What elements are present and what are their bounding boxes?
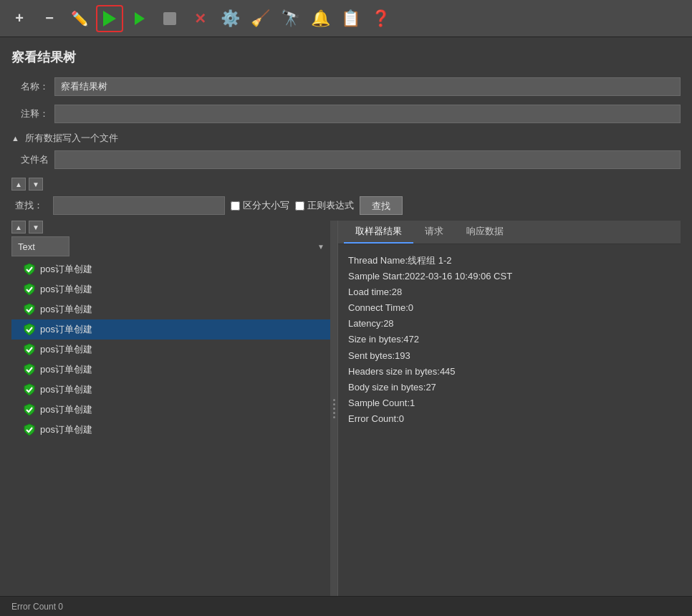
- search-label: 查找：: [11, 199, 47, 212]
- tab-request[interactable]: 请求: [413, 221, 455, 244]
- stop-button[interactable]: [156, 5, 183, 32]
- arrow-row-1: ▲ ▼: [11, 178, 681, 191]
- help-icon: ❓: [371, 9, 390, 28]
- shield-success-icon: [23, 343, 36, 356]
- play-button[interactable]: [96, 5, 123, 32]
- list-item[interactable]: pos订单创建: [11, 279, 330, 299]
- help-button[interactable]: ❓: [367, 5, 394, 32]
- list-item-text: pos订单创建: [40, 383, 92, 396]
- section-label: 所有数据写入一个文件: [25, 132, 118, 145]
- bell-icon: 🔔: [311, 9, 330, 28]
- detail-sent-bytes: Sent bytes:193: [348, 348, 671, 364]
- detail-error-count: Error Count:0: [348, 411, 671, 427]
- binoculars-icon: 🔭: [281, 9, 300, 28]
- dropdown-arrow-icon: ▼: [317, 243, 325, 251]
- splitter-handle[interactable]: [330, 221, 337, 596]
- list-item-text: pos订单创建: [40, 263, 92, 276]
- case-sensitive-checkbox[interactable]: [231, 201, 240, 211]
- search-row: 查找： 区分大小写 正则表达式 查找: [11, 196, 681, 215]
- list-item-text: pos订单创建: [40, 343, 92, 356]
- list-item[interactable]: pos订单创建: [11, 340, 330, 360]
- arrow-row-2: ▲ ▼: [11, 221, 330, 234]
- section-header: ▲ 所有数据写入一个文件: [11, 132, 681, 145]
- filename-label: 文件名: [11, 153, 54, 166]
- detail-size-bytes: Size in bytes:472: [348, 332, 671, 347]
- shield-success-icon: [23, 363, 36, 376]
- detail-headers-size: Headers size in bytes:445: [348, 364, 671, 380]
- regex-label: 正则表达式: [307, 199, 354, 212]
- name-row: 名称：: [11, 77, 681, 96]
- detail-sample-count: Sample Count:1: [348, 395, 671, 411]
- tabs-row: 取样器结果 请求 响应数据: [338, 221, 681, 244]
- list-item-text: pos订单创建: [40, 423, 92, 436]
- add-button[interactable]: +: [6, 5, 33, 32]
- gear-icon: ⚙️: [221, 9, 240, 28]
- shield-success-icon: [23, 323, 36, 336]
- view-dropdown[interactable]: Text HTML JSON XML RegExp: [11, 236, 69, 256]
- filename-row: 文件名: [11, 150, 681, 169]
- detail-latency: Latency:28: [348, 316, 671, 332]
- content-area: ▲ ▼ Text HTML JSON XML RegExp ▼: [11, 221, 681, 596]
- name-input[interactable]: [54, 77, 681, 96]
- list-item-text: pos订单创建: [40, 323, 92, 336]
- list-item-text: pos订单创建: [40, 363, 92, 376]
- detail-sample-start: Sample Start:2022-03-16 10:49:06 CST: [348, 269, 671, 284]
- list-item[interactable]: pos订单创建: [11, 400, 330, 420]
- dropdown-wrapper: Text HTML JSON XML RegExp ▼: [11, 236, 330, 256]
- search-button[interactable]: 查找: [360, 196, 403, 215]
- shield-success-icon: [23, 263, 36, 276]
- edit-button[interactable]: ✏️: [66, 5, 93, 32]
- splitter-indicator: [333, 399, 335, 418]
- detail-connect-time: Connect Time:0: [348, 300, 671, 316]
- list-button[interactable]: 📋: [337, 5, 364, 32]
- binoculars-button[interactable]: 🔭: [277, 5, 304, 32]
- name-label: 名称：: [11, 80, 54, 93]
- shield-success-icon: [23, 303, 36, 316]
- detail-load-time: Load time:28: [348, 284, 671, 300]
- list-item[interactable]: pos订单创建: [11, 259, 330, 279]
- remove-button[interactable]: −: [36, 5, 63, 32]
- shield-success-icon: [23, 403, 36, 416]
- tab-sampler-results[interactable]: 取样器结果: [344, 221, 413, 244]
- main-panel: 察看结果树 名称： 注释： ▲ 所有数据写入一个文件 文件名 ▲ ▼ 查找： 区…: [0, 37, 692, 596]
- arrow-down-button[interactable]: ▼: [29, 178, 43, 191]
- broom-icon: 🧹: [251, 9, 270, 28]
- regex-checkbox[interactable]: [295, 201, 304, 211]
- arrow-down-button-2[interactable]: ▼: [29, 221, 43, 234]
- gear-button[interactable]: ⚙️: [216, 5, 244, 32]
- list-item[interactable]: pos订单创建: [11, 299, 330, 319]
- broom-button[interactable]: 🧹: [246, 5, 274, 32]
- filename-input[interactable]: [54, 150, 681, 169]
- comment-label: 注释：: [11, 107, 54, 120]
- case-sensitive-label: 区分大小写: [243, 199, 289, 212]
- list-item-text: pos订单创建: [40, 403, 92, 416]
- bell-button[interactable]: 🔔: [307, 5, 334, 32]
- play-icon: [103, 11, 116, 27]
- play-small-icon: [135, 12, 145, 25]
- tab-response-data[interactable]: 响应数据: [455, 221, 515, 244]
- arrow-up-button[interactable]: ▲: [11, 178, 26, 191]
- list-item-text: pos订单创建: [40, 303, 92, 316]
- list-item-text: pos订单创建: [40, 283, 92, 296]
- shield-success-icon: [23, 283, 36, 296]
- status-bar: Error Count 0: [0, 596, 692, 616]
- shield-success-icon: [23, 423, 36, 436]
- close-icon: ✕: [194, 10, 206, 27]
- close-button[interactable]: ✕: [186, 5, 213, 32]
- arrow-up-button-2[interactable]: ▲: [11, 221, 26, 234]
- plus-icon: +: [15, 10, 24, 27]
- list-item[interactable]: pos订单创建: [11, 319, 330, 340]
- section-collapse-icon: ▲: [11, 134, 19, 143]
- page-title: 察看结果树: [11, 49, 681, 66]
- search-input[interactable]: [53, 196, 225, 215]
- regex-group: 正则表达式: [295, 199, 354, 212]
- status-error-count: Error Count 0: [11, 602, 63, 612]
- list-item[interactable]: pos订单创建: [11, 360, 330, 380]
- list-icon: 📋: [341, 9, 360, 28]
- pencil-icon: ✏️: [71, 10, 89, 27]
- play-small-button[interactable]: [126, 5, 153, 32]
- list-item[interactable]: pos订单创建: [11, 420, 330, 440]
- tree-list: pos订单创建 pos订单创建 pos订单创建: [11, 259, 330, 596]
- list-item[interactable]: pos订单创建: [11, 380, 330, 400]
- comment-input[interactable]: [54, 105, 681, 123]
